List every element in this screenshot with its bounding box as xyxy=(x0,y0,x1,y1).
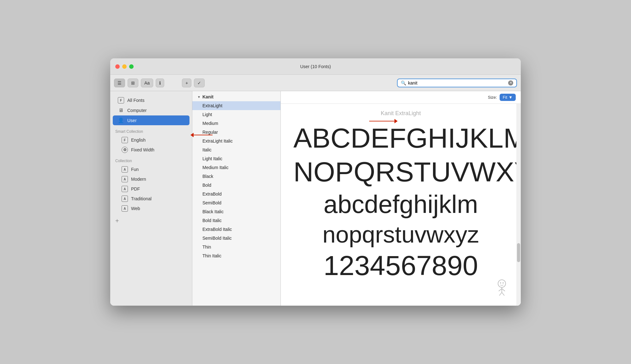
toolbar: ☰ ⊞ Aa ℹ + ✓ 🔍 ✕ xyxy=(110,75,521,91)
grid-view-button[interactable]: ⊞ xyxy=(128,79,138,87)
content-area: F All Fonts 🖥 Computer 👤 User Smart Coll… xyxy=(110,91,521,306)
collection-label: Collection xyxy=(110,155,192,164)
scrollbar[interactable] xyxy=(516,104,521,306)
svg-line-4 xyxy=(499,289,502,291)
sidebar-label-web: Web xyxy=(131,206,140,211)
window-title: User (10 Fonts) xyxy=(300,64,331,69)
search-bar: 🔍 ✕ xyxy=(397,79,517,87)
font-preview-button[interactable]: Aa xyxy=(141,79,153,87)
font-item-black-italic[interactable]: Black Italic xyxy=(192,207,280,216)
font-item-regular[interactable]: Regular xyxy=(192,128,280,137)
close-button[interactable] xyxy=(115,64,120,69)
minimize-button[interactable] xyxy=(122,64,127,69)
sidebar-label-fun: Fun xyxy=(131,167,139,172)
modern-icon: A xyxy=(122,176,128,182)
font-group-header: ▼ Kanit xyxy=(192,91,280,101)
font-item-extrabold[interactable]: ExtraBold xyxy=(192,190,280,198)
font-item-thin-italic[interactable]: Thin Italic xyxy=(192,251,280,260)
list-view-button[interactable]: ☰ xyxy=(114,79,125,87)
svg-line-5 xyxy=(502,289,505,291)
font-item-italic[interactable]: Italic xyxy=(192,145,280,154)
fixed-width-icon: ⚙ xyxy=(122,147,128,153)
search-icon: 🔍 xyxy=(401,80,406,85)
sidebar-label-computer: Computer xyxy=(127,108,147,113)
font-item-bold[interactable]: Bold xyxy=(192,181,280,190)
main-window: User (10 Fonts) ☰ ⊞ Aa ℹ + ✓ 🔍 ✕ xyxy=(110,58,521,306)
size-dropdown[interactable]: Fit ▼ xyxy=(500,94,516,101)
sidebar-label-pdf: PDF xyxy=(131,186,140,191)
info-button[interactable]: ℹ xyxy=(156,79,164,87)
smart-collection-label: Smart Collection xyxy=(110,126,192,135)
sidebar: F All Fonts 🖥 Computer 👤 User Smart Coll… xyxy=(110,91,192,306)
fun-icon: A xyxy=(122,166,128,173)
svg-point-0 xyxy=(498,280,506,287)
font-list: ▼ Kanit ExtraLight Light Medium Regular … xyxy=(192,91,281,306)
validate-button[interactable]: ✓ xyxy=(194,79,205,87)
all-fonts-icon: F xyxy=(118,97,124,103)
font-item-extralight-italic[interactable]: ExtraLight Italic xyxy=(192,137,280,145)
font-item-light-italic[interactable]: Light Italic xyxy=(192,154,280,163)
preview-lowercase-1: abcdefghijklm xyxy=(293,191,508,218)
preview-font-name: Kanit ExtraLight xyxy=(293,110,508,117)
sidebar-item-user[interactable]: 👤 User xyxy=(113,115,189,125)
english-font-icon: F xyxy=(122,137,128,143)
grid-icon: ⊞ xyxy=(131,80,135,85)
sidebar-item-fixed-width[interactable]: ⚙ Fixed Width xyxy=(113,145,189,155)
font-item-light[interactable]: Light xyxy=(192,110,280,119)
svg-point-1 xyxy=(500,282,501,284)
sidebar-label-fixed-width: Fixed Width xyxy=(131,147,154,152)
web-icon: A xyxy=(122,205,128,212)
size-label: Size: xyxy=(488,95,497,100)
sidebar-label-modern: Modern xyxy=(131,177,146,182)
info-icon: ℹ xyxy=(159,80,161,85)
sidebar-item-modern[interactable]: A Modern xyxy=(113,174,189,184)
dropdown-chevron-icon: ▼ xyxy=(508,95,513,100)
sidebar-item-traditional[interactable]: A Traditional xyxy=(113,194,189,203)
font-group-name: Kanit xyxy=(202,94,213,99)
maximize-button[interactable] xyxy=(129,64,134,69)
window-controls xyxy=(115,64,134,69)
font-item-thin[interactable]: Thin xyxy=(192,243,280,251)
search-clear-button[interactable]: ✕ xyxy=(508,80,513,85)
triangle-icon: ▼ xyxy=(197,95,201,99)
sidebar-label-english: English xyxy=(131,138,146,143)
add-collection-button[interactable]: + xyxy=(110,214,192,228)
svg-point-2 xyxy=(502,282,504,284)
sidebar-label-traditional: Traditional xyxy=(131,196,152,201)
add-font-button[interactable]: + xyxy=(182,79,191,87)
preview-uppercase-1: ABCDEFGHIJKLM xyxy=(293,123,508,154)
font-item-semibold[interactable]: SemiBold xyxy=(192,198,280,207)
preview-lowercase-2: nopqrstuvwxyz xyxy=(293,221,508,248)
search-input[interactable] xyxy=(408,80,506,85)
font-item-semibold-italic[interactable]: SemiBold Italic xyxy=(192,234,280,243)
pdf-icon: A xyxy=(122,186,128,192)
preview-uppercase-2: NOPQRSTUVWXYZ xyxy=(293,157,508,187)
computer-icon: 🖥 xyxy=(118,108,124,113)
sidebar-item-all-fonts[interactable]: F All Fonts xyxy=(113,95,189,105)
sidebar-item-computer[interactable]: 🖥 Computer xyxy=(113,106,189,115)
font-item-bold-italic[interactable]: Bold Italic xyxy=(192,216,280,225)
font-icon: Aa xyxy=(144,80,150,85)
sidebar-label-all-fonts: All Fonts xyxy=(127,98,144,103)
preview-area: Size: Fit ▼ Kanit ExtraLight ABCDEFGHIJK… xyxy=(281,91,521,306)
font-item-black[interactable]: Black xyxy=(192,172,280,181)
list-icon: ☰ xyxy=(117,80,122,85)
font-item-medium[interactable]: Medium xyxy=(192,119,280,128)
font-item-medium-italic[interactable]: Medium Italic xyxy=(192,163,280,172)
svg-line-7 xyxy=(502,292,504,296)
scrollbar-thumb[interactable] xyxy=(517,243,520,262)
font-item-extralight[interactable]: ExtraLight xyxy=(192,101,280,110)
traditional-icon: A xyxy=(122,196,128,202)
sidebar-item-fun[interactable]: A Fun xyxy=(113,165,189,174)
user-icon: 👤 xyxy=(118,117,124,123)
sidebar-item-pdf[interactable]: A PDF xyxy=(113,184,189,194)
sidebar-label-user: User xyxy=(127,118,137,123)
svg-line-6 xyxy=(499,292,502,296)
preview-numbers: 1234567890 xyxy=(293,250,508,281)
preview-content: Kanit ExtraLight ABCDEFGHIJKLM NOPQRSTUV… xyxy=(281,104,521,306)
sidebar-item-english[interactable]: F English xyxy=(113,135,189,145)
font-item-extrabold-italic[interactable]: ExtraBold Italic xyxy=(192,225,280,234)
titlebar: User (10 Fonts) xyxy=(110,58,521,75)
sidebar-item-web[interactable]: A Web xyxy=(113,204,189,213)
size-value: Fit xyxy=(503,95,507,100)
